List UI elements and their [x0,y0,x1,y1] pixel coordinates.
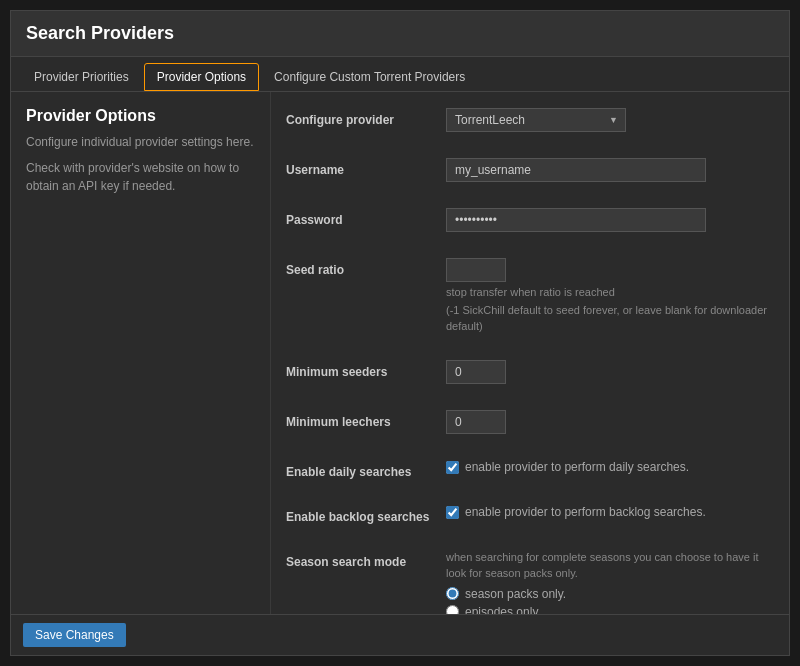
season-packs-label: season packs only. [465,587,566,601]
episodes-only-radio[interactable] [446,605,459,614]
section-desc2: Check with provider's website on how to … [26,159,255,195]
episodes-only-row: episodes only. [446,605,774,614]
enable-daily-control: enable provider to perform daily searche… [446,460,774,474]
configure-provider-select-wrapper: TorrentLeech [446,108,626,132]
configure-provider-row: Configure provider TorrentLeech [286,102,774,138]
username-row: Username [286,152,774,188]
min-leechers-row: Minimum leechers [286,404,774,440]
footer: Save Changes [11,614,789,655]
username-control [446,158,774,182]
season-search-label: Season search mode [286,550,446,569]
section-heading: Provider Options [26,107,255,125]
min-seeders-row: Minimum seeders [286,354,774,390]
min-seeders-control [446,360,774,384]
enable-daily-checkbox[interactable] [446,461,459,474]
password-row: Password [286,202,774,238]
episodes-only-label: episodes only. [465,605,541,614]
enable-backlog-checkbox[interactable] [446,506,459,519]
season-packs-row: season packs only. [446,587,774,601]
season-search-control: when searching for complete seasons you … [446,550,774,614]
min-leechers-input[interactable] [446,410,506,434]
password-input[interactable] [446,208,706,232]
min-seeders-input[interactable] [446,360,506,384]
enable-backlog-row: Enable backlog searches enable provider … [286,499,774,530]
min-leechers-label: Minimum leechers [286,410,446,429]
season-search-hint: when searching for complete seasons you … [446,550,774,581]
password-label: Password [286,208,446,227]
username-label: Username [286,158,446,177]
left-panel: Provider Options Configure individual pr… [11,92,271,614]
enable-daily-row: Enable daily searches enable provider to… [286,454,774,485]
tab-configure-custom[interactable]: Configure Custom Torrent Providers [261,63,478,91]
configure-provider-control: TorrentLeech [446,108,774,132]
configure-provider-label: Configure provider [286,108,446,127]
seed-ratio-control: stop transfer when ratio is reached (-1 … [446,258,774,334]
enable-backlog-hint: enable provider to perform backlog searc… [465,505,706,519]
username-input[interactable] [446,158,706,182]
right-panel: Configure provider TorrentLeech Username [271,92,789,614]
page-title: Search Providers [11,11,789,57]
tab-provider-priorities[interactable]: Provider Priorities [21,63,142,91]
enable-daily-checkbox-row: enable provider to perform daily searche… [446,460,774,474]
enable-daily-label: Enable daily searches [286,460,446,479]
season-search-row: Season search mode when searching for co… [286,544,774,614]
enable-backlog-control: enable provider to perform backlog searc… [446,505,774,519]
seed-ratio-label: Seed ratio [286,258,446,277]
enable-backlog-label: Enable backlog searches [286,505,446,524]
min-leechers-control [446,410,774,434]
seed-ratio-hint2: (-1 SickChill default to seed forever, o… [446,303,774,334]
seed-ratio-row: Seed ratio stop transfer when ratio is r… [286,252,774,340]
seed-ratio-hint1: stop transfer when ratio is reached [446,285,774,300]
season-radio-group: season packs only. episodes only. [446,587,774,614]
tab-provider-options[interactable]: Provider Options [144,63,259,91]
season-packs-radio[interactable] [446,587,459,600]
enable-daily-hint: enable provider to perform daily searche… [465,460,689,474]
tab-bar: Provider Priorities Provider Options Con… [11,57,789,92]
section-desc1: Configure individual provider settings h… [26,133,255,151]
save-changes-button[interactable]: Save Changes [23,623,126,647]
password-control [446,208,774,232]
configure-provider-select[interactable]: TorrentLeech [446,108,626,132]
seed-ratio-input[interactable] [446,258,506,282]
min-seeders-label: Minimum seeders [286,360,446,379]
enable-backlog-checkbox-row: enable provider to perform backlog searc… [446,505,774,519]
